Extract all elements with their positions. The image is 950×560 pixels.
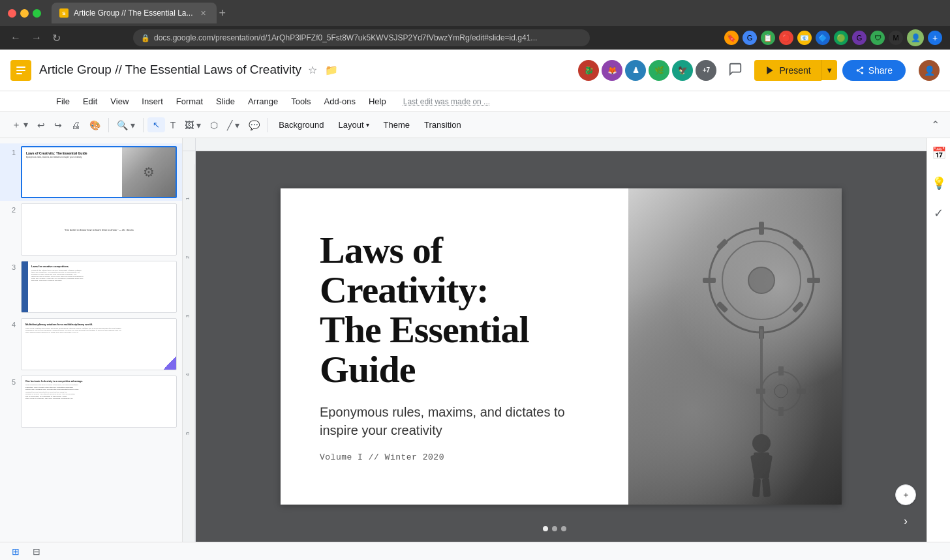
- address-input[interactable]: 🔒 docs.google.com/presentation/d/1ArQhP3…: [133, 29, 590, 46]
- slide-preview-2: "It is better to know how to learn than …: [21, 203, 177, 256]
- slide-thumb-2[interactable]: 2 "It is better to know how to learn tha…: [0, 201, 182, 258]
- ruler-svg: 1 2 3 4 5 6 7 8 9: [196, 144, 927, 145]
- user-avatar[interactable]: 👤: [919, 60, 940, 81]
- ext-icon-7[interactable]: 🟢: [834, 31, 848, 45]
- ext-icon-6[interactable]: 🔷: [816, 31, 830, 45]
- print-button[interactable]: 🖨: [67, 117, 84, 133]
- slide-thumb-3[interactable]: 3 Laws for creative competitors. Thanks …: [0, 258, 182, 316]
- present-button[interactable]: Present: [754, 60, 821, 81]
- collaborator-avatar-4[interactable]: 🌿: [649, 60, 669, 81]
- menu-addons[interactable]: Add-ons: [318, 94, 362, 109]
- back-button[interactable]: ←: [8, 29, 23, 46]
- forward-button[interactable]: →: [29, 29, 44, 46]
- menu-view[interactable]: View: [104, 94, 135, 109]
- ext-icon-2[interactable]: G: [743, 31, 757, 45]
- slide-thumb-4[interactable]: 4 Multidisciplinary wisdom for a multidi…: [0, 316, 182, 373]
- present-share-area: Present ▾ Share: [754, 60, 906, 81]
- active-tab[interactable]: S Article Group // The Essential La... ×: [52, 3, 217, 23]
- comment-inline-button[interactable]: 💬: [245, 117, 264, 133]
- menu-file[interactable]: File: [50, 94, 76, 109]
- bottom-bar: ⊞ ⊟: [0, 542, 950, 560]
- ext-icon-8[interactable]: G: [852, 31, 866, 45]
- account-button[interactable]: +: [928, 31, 942, 45]
- layout-button[interactable]: Layout▾: [332, 117, 376, 132]
- slide-volume[interactable]: Volume I // Winter 2020: [320, 452, 602, 462]
- s3-thumb-text: Thanks to the Internet more can be a tec…: [31, 269, 173, 282]
- page-dot-3[interactable]: [561, 526, 566, 531]
- close-window-button[interactable]: [8, 9, 16, 18]
- comment-button[interactable]: [724, 58, 746, 82]
- menu-insert[interactable]: Insert: [135, 94, 170, 109]
- add-slide-button[interactable]: ＋: [895, 484, 916, 505]
- tab-close-button[interactable]: ×: [198, 8, 209, 18]
- grid-view-button[interactable]: ⊟: [29, 545, 44, 558]
- lightbulb-sidebar-button[interactable]: 💡: [929, 173, 949, 193]
- image-insert-button[interactable]: 🖼 ▾: [181, 117, 205, 133]
- menu-edit[interactable]: Edit: [76, 94, 104, 109]
- star-button[interactable]: ☆: [307, 63, 318, 78]
- maximize-window-button[interactable]: [33, 9, 41, 18]
- ext-icon-1[interactable]: 🔖: [724, 31, 739, 45]
- collaborator-avatar-2[interactable]: 🦊: [602, 60, 622, 81]
- more-collaborators[interactable]: +7: [696, 60, 716, 81]
- slide-preview-3: Laws for creative competitors. Thanks to…: [21, 261, 177, 313]
- svg-rect-43: [756, 389, 765, 394]
- doc-title[interactable]: Article Group // The Essential Laws of C…: [39, 63, 301, 77]
- shape-button[interactable]: ⬡: [206, 117, 222, 133]
- present-dropdown-button[interactable]: ▾: [821, 60, 837, 80]
- select-mode-button[interactable]: ↖: [147, 117, 165, 132]
- ext-icon-9[interactable]: 🛡: [870, 31, 885, 45]
- toolbar-collapse-button[interactable]: ⌃: [928, 116, 942, 134]
- page-dot-2[interactable]: [552, 526, 557, 531]
- paint-format-button[interactable]: 🎨: [85, 117, 104, 133]
- zoom-button[interactable]: 🔍 ▾: [113, 117, 139, 133]
- theme-button[interactable]: Theme: [377, 117, 416, 132]
- slide-num-3: 3: [5, 263, 16, 271]
- collaborator-avatar-5[interactable]: 🦅: [672, 60, 693, 81]
- tasks-sidebar-button[interactable]: ✓: [931, 203, 946, 223]
- insert-button[interactable]: ＋ ▾: [8, 117, 32, 134]
- menu-help[interactable]: Help: [362, 94, 393, 109]
- menu-slide[interactable]: Slide: [209, 94, 241, 109]
- text-mode-button[interactable]: T: [166, 117, 180, 133]
- ext-icon-5[interactable]: 📧: [797, 31, 812, 45]
- slide-main-title[interactable]: Laws of Creativity: The Essential Guide: [320, 231, 602, 390]
- page-dot-1[interactable]: [543, 526, 548, 531]
- folder-button[interactable]: 📁: [324, 63, 339, 78]
- slide-preview-4: Multidisciplinary wisdom for a multidisc…: [21, 318, 177, 370]
- collaborator-avatar-3[interactable]: ♟: [625, 60, 646, 81]
- redo-button[interactable]: ↪: [50, 117, 66, 133]
- filmstrip-view-button[interactable]: ⊞: [8, 545, 23, 558]
- ruler-left-svg: 1 2 3 4 5: [183, 164, 196, 542]
- ext-icon-10[interactable]: M: [889, 31, 903, 45]
- new-tab-button[interactable]: +: [219, 7, 226, 20]
- calendar-sidebar-button[interactable]: 📅: [929, 143, 949, 163]
- minimize-window-button[interactable]: [20, 9, 29, 18]
- toolbar-separator-3: [268, 118, 268, 132]
- reload-button[interactable]: ↻: [50, 29, 63, 47]
- transition-button[interactable]: Transition: [418, 117, 468, 132]
- last-edit-text[interactable]: Last edit was made on ...: [403, 97, 490, 106]
- menu-format[interactable]: Format: [170, 94, 209, 109]
- traffic-lights: [8, 9, 41, 18]
- profile-icon[interactable]: 👤: [907, 29, 924, 46]
- slide-thumb-1[interactable]: 1 Laws of Creativity: The Essential Guid…: [0, 143, 182, 201]
- slide-main-subtitle[interactable]: Eponymous rules, maxims, and dictates to…: [320, 403, 602, 439]
- share-button[interactable]: Share: [842, 60, 906, 81]
- svg-text:1: 1: [185, 197, 191, 200]
- svg-rect-41: [778, 366, 784, 376]
- next-slide-button[interactable]: ›: [895, 510, 916, 531]
- background-button[interactable]: Background: [272, 117, 330, 132]
- main-slide-canvas[interactable]: Laws of Creativity: The Essential Guide …: [281, 188, 842, 505]
- ext-icon-4[interactable]: 🔴: [779, 31, 793, 45]
- menu-tools[interactable]: Tools: [284, 94, 317, 109]
- undo-button[interactable]: ↩: [33, 117, 49, 133]
- svg-rect-24: [759, 222, 764, 235]
- line-button[interactable]: ╱ ▾: [223, 117, 243, 133]
- slide-thumb-5[interactable]: 5 One last note: Inclusivity is a compet…: [0, 373, 182, 430]
- menu-arrange[interactable]: Arrange: [241, 94, 284, 109]
- svg-rect-44: [797, 389, 806, 394]
- collaborator-avatar-1[interactable]: 🐉: [578, 60, 599, 81]
- ext-icon-3[interactable]: 📋: [761, 31, 775, 45]
- svg-text:4: 4: [185, 373, 191, 376]
